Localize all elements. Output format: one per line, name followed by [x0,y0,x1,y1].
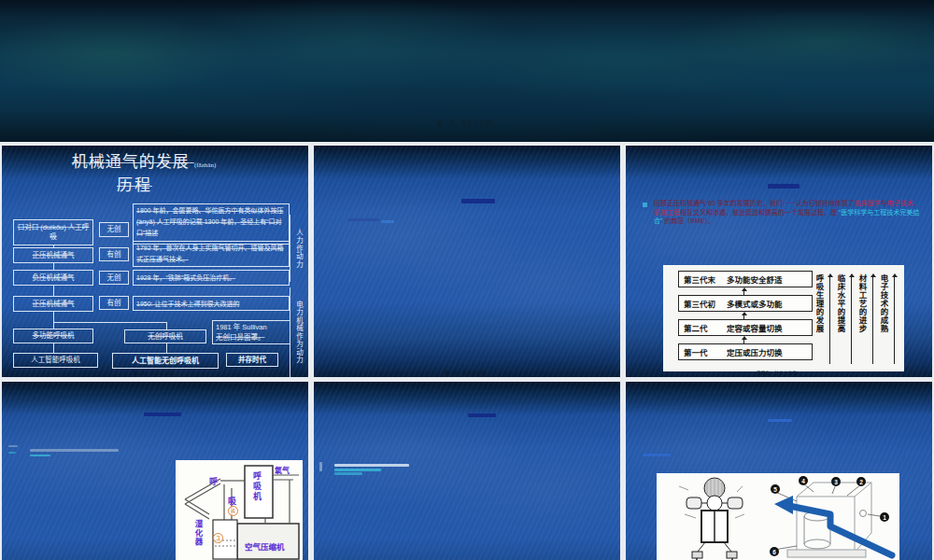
sullivan-box: 1981 年 Sullivan 无创口鼻面罩。 [212,320,290,344]
para-red-text: 电子技术 [887,200,913,206]
gen-row-1: 第一代 定压或压力切换 [678,343,813,360]
connector-line [53,263,54,270]
para-red-text: 机械工程 [654,209,680,216]
factor-clinical-level: 临床水平的提高 [834,271,855,366]
micro-text-blur [643,454,671,456]
page-6-thumbnail[interactable] [314,382,620,560]
gen-desc: 定压或压力切换 [727,346,783,357]
up-arrow-icon [894,276,895,364]
factor-label: 呼吸生理的发展 [813,274,826,366]
gen-desc: 定容或容量切换 [727,322,783,333]
sullivan-line2: 无创口鼻面罩。 [216,332,265,343]
page-3-thumbnail[interactable]: 第三页，共五十五页。 [314,146,620,377]
micro-text-blur [381,220,394,223]
page-2-thumbnail[interactable]: 机械通气的发展 (fāzhǎn) 历程 口对口 (duìkǒu) 人工呼吸 正压… [2,146,308,377]
page-5-thumbnail[interactable]: 呼吸机 氧气 呼 吸 湿化器 空气压缩机 4 3 [2,382,308,560]
flow-box-coexist-era: 并存时代 [226,353,278,367]
generation-table: 第三代末 多功能安全舒适 第三代初 多模式或多功能 第二代 定容或容量切换 第一… [663,265,904,371]
micro-text-blur [144,413,181,416]
flow-box-ai-noninvasive: 人工智能无创呼吸机 [112,353,219,369]
factor-material-craft: 材料工艺的进步 [856,271,876,366]
micro-text-blur [319,462,322,471]
factor-label: 电子技术的成熟 [877,274,890,366]
flow-box-ai-ventilator: 人工智能呼吸机 [13,353,98,368]
gen-label: 第二代 [684,322,727,333]
bullet-icon [643,203,647,207]
connector-line [53,312,54,322]
micro-text-blur [334,464,409,467]
flow-box-positive-pressure-2: 正压机械通气 [13,296,93,312]
gen-row-3-late: 第三代末 多功能安全舒适 [678,271,813,287]
para-text: 回顾正压机械通气 60 多年的发展历史，我们⋯⋯认为它较好地体现了 [654,200,855,206]
desc-box-1950: 1950: 让位于技术上得到很大改进的 [133,296,290,311]
page-4-footer: 第四页，共五十五页。 [626,370,932,375]
slide-title: 机械通气的发展 (fāzhǎn) 历程 [2,148,286,195]
para-red-text: 临床医学 [855,200,881,206]
tag-box-invasive-2: 有创 [99,296,129,310]
tag-box-noninvasive-1: 无创 [99,222,129,237]
ventilator-diagram: 呼吸机 氧气 呼 吸 湿化器 空气压缩机 4 3 [176,460,303,560]
gen-row-2: 第二代 定容或容量切换 [678,319,813,336]
slide-title-line1: 机械通气的发展 [72,153,190,171]
numbered-marker: 6 [770,547,779,556]
factor-electronics: 电子技术的成熟 [877,271,898,366]
connector-line [166,343,167,353]
up-arrow-icon [743,290,744,295]
tag-box-noninvasive-2: 无创 [99,271,129,285]
micro-text-blur [768,184,800,189]
circled-number-4: 4 [228,506,238,516]
up-arrow-icon [829,276,830,364]
slide-title-pinyin: (fāzhǎn) [194,161,216,169]
up-arrow-icon [743,315,744,319]
micro-text-blur [468,413,496,417]
page-2-footer: 第二页，共五十五页。 [2,370,308,375]
desc-box-1800: 1800 年前，金匮要略、华佗医方中有类似体外按压 (ànyā) 人工呼吸的记载… [133,203,290,245]
gen-desc: 多功能安全舒适 [727,273,783,285]
up-arrow-icon [872,276,873,364]
page-1-preview[interactable]: 第一页，共五十五页。 [0,0,934,142]
compressor-label: 空气压缩机 [245,540,285,552]
connector-line [53,322,54,329]
flow-box-mouth-to-mouth: 口对口 (duìkǒu) 人工呼吸 [13,219,93,245]
page-7-thumbnail[interactable]: 1 2 3 4 5 6 [626,382,932,560]
page-4-thumbnail[interactable]: 回顾正压机械通气 60 多年的发展历史，我们⋯⋯认为它较好地体现了临床医学与电子… [626,146,932,377]
numbered-marker: 2 [856,477,866,486]
flow-box-multifunction: 多功能呼吸机 [13,329,93,343]
connector-line [53,322,166,323]
desc-box-1792: 1792 年，首次在人身上实施气管切开、插管及风箱式正压通气技术。 [133,241,290,267]
connector-line [166,322,167,329]
factor-label: 材料工艺的进步 [856,274,869,366]
gen-label: 第三代末 [684,273,727,285]
side-label-human-power: 人力作动力 [290,215,307,282]
gen-label: 第三代初 [684,298,727,309]
micro-text-blur [8,445,18,447]
micro-text-blur [8,452,16,454]
up-arrow-icon [851,276,852,364]
flow-box-positive-pressure-1: 正压机械通气 [13,247,93,263]
flow-box-negative-pressure: 负压机械通气 [13,270,93,286]
para-text: 与 [881,200,887,206]
numbered-marker: 4 [799,476,808,485]
factor-label: 临床水平的提高 [834,274,847,366]
gen-label: 第一代 [684,346,727,357]
exhale-label: 呼 [209,475,218,487]
document-preview-page: 第一页，共五十五页。 机械通气的发展 (fāzhǎn) 历程 口对口 (duìk… [0,0,934,560]
connector-line [53,343,54,353]
micro-text-blur [768,419,792,422]
micro-text-blur [30,455,50,456]
tag-box-invasive-1: 有创 [99,247,129,261]
oxygen-label: 氧气 [275,465,290,475]
micro-text-blur [334,469,381,471]
para-text: 的典范（BME）。 [662,217,715,224]
micro-text-blur [30,449,119,452]
numbered-marker: 5 [771,484,780,494]
page-1-footer: 第一页，共五十五页。 [0,119,934,127]
up-arrow-icon [743,339,744,343]
humidifier-label: 湿化器 [192,520,204,547]
numbered-marker: 3 [831,477,841,486]
connector-line [53,286,54,296]
gen-row-3-early: 第三代初 多模式或多功能 [678,295,813,312]
para-text: 、 [913,200,920,206]
side-label-electric-power: 电力机械作为动力 [290,287,307,377]
micro-text-blur [461,199,495,203]
